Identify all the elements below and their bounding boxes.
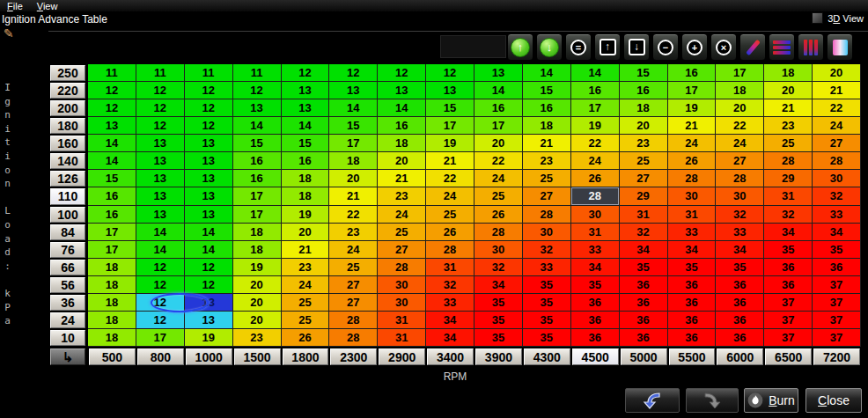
3d-view-toggle[interactable]: 3D View (812, 12, 864, 24)
table-cell[interactable]: 25 (620, 152, 668, 170)
row-header[interactable]: 36 (50, 295, 85, 311)
row-header[interactable]: 160 (50, 136, 85, 151)
col-header[interactable]: 6000 (717, 348, 763, 365)
table-cell[interactable]: 37 (813, 329, 861, 347)
table-cell[interactable]: 33 (716, 224, 764, 241)
table-cell[interactable]: 13 (474, 64, 523, 82)
table-cell[interactable]: 28 (329, 329, 378, 347)
table-cell[interactable]: 36 (764, 276, 813, 294)
table-cell[interactable]: 14 (136, 224, 185, 241)
toolbar-interpolate-horizontal-button[interactable] (769, 33, 795, 61)
row-header[interactable]: 84 (50, 224, 85, 240)
table-cell[interactable]: 18 (88, 294, 136, 312)
table-cell[interactable]: 12 (185, 117, 233, 135)
table-cell[interactable]: 12 (426, 64, 474, 82)
table-cell[interactable]: 32 (764, 206, 813, 224)
table-cell[interactable]: 21 (668, 117, 717, 135)
table-cell[interactable]: 30 (668, 187, 717, 205)
table-cell[interactable]: 27 (329, 276, 378, 294)
table-cell[interactable]: 15 (523, 82, 571, 99)
table-cell[interactable]: 33 (426, 294, 474, 312)
table-cell[interactable]: 35 (474, 329, 523, 347)
table-cell[interactable]: 26 (282, 329, 330, 347)
table-cell[interactable]: 17 (88, 241, 136, 259)
undo-button[interactable] (625, 388, 680, 413)
table-cell[interactable]: 20 (620, 117, 668, 135)
table-cell[interactable]: 28 (668, 170, 717, 187)
table-cell[interactable]: 32 (523, 241, 571, 259)
cell-value-input[interactable] (440, 35, 506, 58)
table-cell[interactable]: 36 (571, 312, 620, 329)
col-header[interactable]: 800 (137, 348, 184, 365)
table-cell[interactable]: 35 (474, 294, 523, 312)
table-cell[interactable]: 14 (233, 117, 282, 135)
table-cell[interactable]: 21 (329, 187, 378, 205)
table-cell[interactable]: 21 (378, 170, 426, 187)
table-cell[interactable]: 25 (378, 224, 426, 241)
table-cell[interactable]: 12 (88, 99, 136, 117)
table-cell[interactable]: 11 (88, 64, 136, 82)
row-header[interactable]: 200 (50, 100, 85, 116)
toolbar-multiply-button[interactable]: × (710, 33, 737, 61)
col-header[interactable]: 5000 (621, 348, 667, 365)
toolbar-interpolate-vertical-button[interactable] (798, 33, 824, 61)
checkbox-icon[interactable] (812, 12, 823, 24)
table-cell[interactable]: 24 (668, 135, 717, 152)
table-cell[interactable]: 28 (764, 152, 813, 170)
table-cell[interactable]: 17 (136, 329, 185, 347)
table-cell[interactable]: 16 (233, 170, 282, 187)
table-cell[interactable]: 27 (523, 187, 571, 205)
table-cell[interactable]: 35 (523, 329, 571, 347)
table-cell[interactable]: 12 (136, 99, 185, 117)
table-cell[interactable]: 20 (233, 276, 282, 294)
table-cell[interactable]: 15 (620, 64, 668, 82)
table-cell[interactable]: 37 (764, 329, 813, 347)
table-cell[interactable]: 13 (185, 312, 233, 329)
table-cell[interactable]: 17 (571, 99, 620, 117)
table-cell[interactable]: 20 (329, 170, 378, 187)
table-cell[interactable]: 30 (571, 206, 620, 224)
table-cell[interactable]: 20 (233, 312, 282, 329)
table-cell[interactable]: 13 (378, 82, 426, 99)
row-header[interactable]: 126 (50, 171, 85, 187)
table-cell[interactable]: 36 (716, 276, 764, 294)
table-cell[interactable]: 12 (136, 117, 185, 135)
table-cell[interactable]: 32 (620, 224, 668, 241)
table-cell[interactable]: 31 (571, 224, 620, 241)
table-cell[interactable]: 28 (378, 259, 426, 276)
table-cell[interactable]: 20 (813, 64, 861, 82)
table-cell[interactable]: 13 (185, 206, 233, 224)
table-cell[interactable]: 29 (620, 187, 668, 205)
table-cell[interactable]: 12 (378, 64, 426, 82)
table-cell[interactable]: 28 (474, 224, 523, 241)
table-cell[interactable]: 16 (523, 99, 571, 117)
table-cell[interactable]: 25 (426, 206, 474, 224)
row-header[interactable]: 56 (50, 277, 85, 293)
table-cell[interactable]: 37 (764, 294, 813, 312)
table-cell[interactable]: 24 (716, 135, 764, 152)
table-cell[interactable]: 14 (136, 241, 185, 259)
table-cell[interactable]: 16 (233, 152, 282, 170)
table-cell[interactable]: 16 (571, 82, 620, 99)
table-cell[interactable]: 12 (88, 82, 136, 99)
table-cell[interactable]: 27 (329, 294, 378, 312)
table-cell[interactable]: 16 (620, 82, 668, 99)
table-cell[interactable]: 28 (523, 206, 571, 224)
table-cell[interactable]: 28 (329, 312, 378, 329)
col-header[interactable]: 6500 (765, 348, 812, 365)
table-cell[interactable]: 24 (571, 152, 620, 170)
table-cell[interactable]: 18 (282, 187, 330, 205)
table-cell[interactable]: 36 (716, 329, 764, 347)
table-cell[interactable]: 18 (620, 99, 668, 117)
table-cell[interactable]: 16 (88, 187, 136, 205)
table-cell[interactable]: 20 (474, 135, 523, 152)
table-cell[interactable]: 18 (88, 329, 136, 347)
table-cell[interactable]: 22 (716, 117, 764, 135)
axis-corner-icon[interactable]: ↳ (50, 348, 85, 365)
table-cell[interactable]: 36 (813, 259, 861, 276)
table-cell[interactable]: 21 (426, 152, 474, 170)
table-cell[interactable]: 32 (716, 206, 764, 224)
table-cell[interactable]: 21 (764, 99, 813, 117)
table-cell[interactable]: 31 (378, 329, 426, 347)
table-cell[interactable]: 12 (282, 64, 330, 82)
